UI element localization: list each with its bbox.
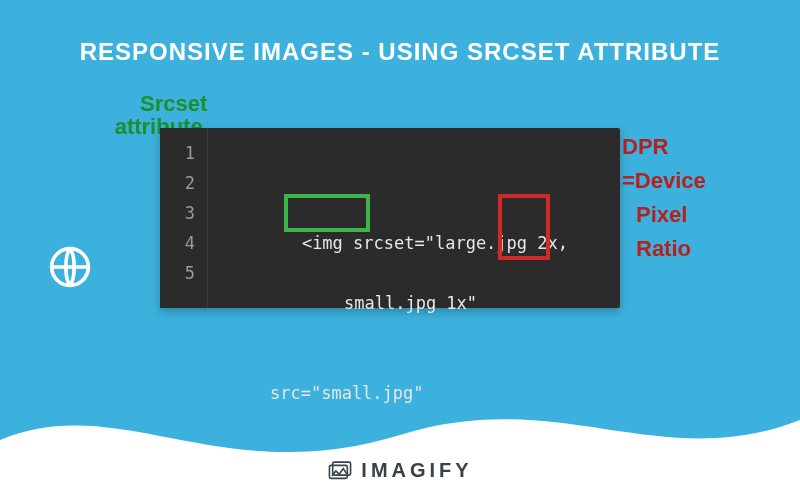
bottom-wave <box>0 380 800 500</box>
code-line-2: small.jpg 1x" <box>220 288 608 318</box>
brand-logo-icon <box>327 461 353 481</box>
page-title: RESPONSIVE IMAGES - USING SRCSET ATTRIBU… <box>0 0 800 66</box>
dpr-label-line2: =Device <box>622 164 706 198</box>
line-number: 3 <box>160 198 195 228</box>
dpr-label-line4: Ratio <box>622 232 706 266</box>
dpr-label-line3: Pixel <box>622 198 706 232</box>
code-text: <img srcset="large.jpg 2x, <box>302 233 568 253</box>
dpr-label-line1: DPR <box>622 130 706 164</box>
code-line-1: <img srcset="large.jpg 2x, <box>220 198 608 228</box>
brand-footer: IMAGIFY <box>0 459 800 482</box>
srcset-highlight-box <box>284 194 370 232</box>
line-number: 5 <box>160 258 195 288</box>
brand-name: IMAGIFY <box>361 459 472 482</box>
code-area: <img srcset="large.jpg 2x, small.jpg 1x"… <box>208 128 620 308</box>
line-gutter: 1 2 3 4 5 <box>160 128 208 308</box>
srcset-label-line1: Srcset <box>140 92 207 115</box>
line-number: 1 <box>160 138 195 168</box>
code-editor: 1 2 3 4 5 <img srcset="large.jpg 2x, sma… <box>160 128 620 308</box>
code-text: small.jpg 1x" <box>344 293 477 313</box>
line-number: 4 <box>160 228 195 258</box>
globe-icon <box>48 245 92 293</box>
line-number: 2 <box>160 168 195 198</box>
dpr-label: DPR =Device Pixel Ratio <box>622 130 706 266</box>
